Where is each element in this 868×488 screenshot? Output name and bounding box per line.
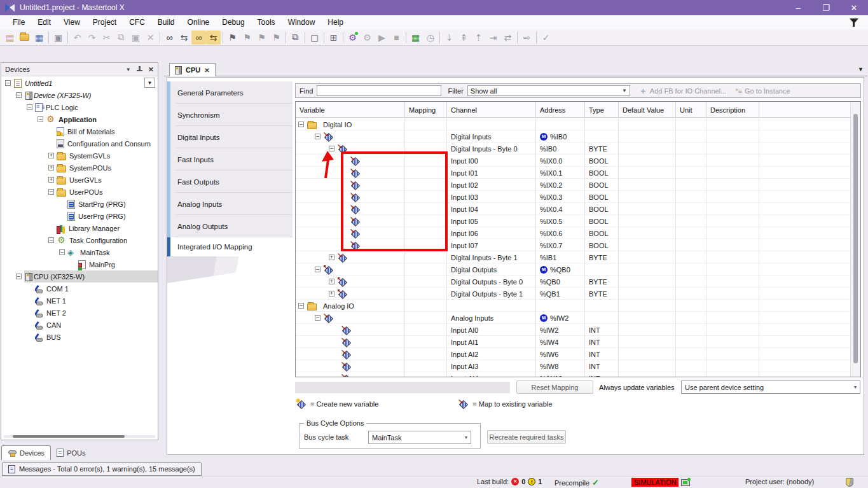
column-header-variable[interactable]: Variable bbox=[296, 102, 405, 118]
expand-toggle-icon[interactable]: – bbox=[59, 249, 65, 255]
expand-toggle-icon[interactable]: – bbox=[5, 80, 11, 86]
panel-collapse-icon[interactable]: ▼ bbox=[126, 67, 131, 73]
tree-item-cpu-xf325-w-[interactable]: –CPU (XF325-W) bbox=[1, 270, 158, 282]
toolbar-previous-bookmark-button[interactable]: ⚑ bbox=[240, 31, 254, 45]
column-header-default-value[interactable]: Default Value bbox=[619, 102, 676, 118]
menu-file[interactable]: File bbox=[6, 16, 31, 29]
toolbar-replace-button[interactable]: ⇆ bbox=[177, 31, 191, 45]
menu-help[interactable]: Help bbox=[321, 16, 350, 29]
tree-item-userprg-prg-[interactable]: UserPrg (PRG) bbox=[1, 210, 158, 222]
table-row[interactable]: +Digital Outputs - Byte 0%QB0BYTE bbox=[296, 275, 860, 288]
column-header-description[interactable]: Description bbox=[706, 102, 759, 118]
tab-devices[interactable]: Devices bbox=[1, 445, 51, 460]
expand-toggle-icon[interactable]: + bbox=[48, 165, 54, 171]
tree-item-bus[interactable]: BUS bbox=[1, 331, 158, 343]
toolbar-replace-in-project-button[interactable]: ⇆ bbox=[206, 31, 221, 45]
toolbar-save-project-button[interactable]: ▦ bbox=[32, 31, 46, 45]
toolbar-step-over-button[interactable]: ⇣ bbox=[442, 31, 457, 45]
toolbar-flow-control-button[interactable]: ⇄ bbox=[500, 31, 515, 45]
table-vertical-scrollbar[interactable] bbox=[850, 102, 860, 377]
tab-list-dropdown-icon[interactable]: ▼ bbox=[858, 66, 864, 73]
nav-item-fast-outputs[interactable]: Fast Outputs bbox=[167, 171, 293, 193]
expand-toggle-icon[interactable]: + bbox=[329, 291, 334, 296]
column-header-mapping[interactable]: Mapping bbox=[405, 102, 447, 118]
filter-dropdown[interactable]: Show all ▼ bbox=[467, 85, 630, 96]
toolbar-next-bookmark-button[interactable]: ⚑ bbox=[254, 31, 269, 45]
tree-item-dropdown-icon[interactable]: ▼ bbox=[144, 78, 155, 88]
toolbar-open-project-button[interactable] bbox=[17, 31, 32, 45]
expand-toggle-icon[interactable]: – bbox=[298, 122, 304, 127]
table-row[interactable]: Input AI1%IW4INT bbox=[296, 336, 860, 348]
table-row[interactable]: –Digital OutputsM%QB0 bbox=[296, 263, 860, 275]
expand-toggle-icon[interactable]: – bbox=[27, 104, 32, 110]
menu-view[interactable]: View bbox=[57, 16, 86, 29]
tree-item-application[interactable]: –Application bbox=[1, 113, 158, 125]
menu-edit[interactable]: Edit bbox=[31, 16, 57, 29]
filter-funnel-icon[interactable] bbox=[849, 17, 859, 27]
recreate-required-tasks-button[interactable]: Recreate required tasks bbox=[487, 430, 566, 444]
toolbar-force-values-button[interactable]: ✓ bbox=[539, 31, 553, 45]
expand-toggle-icon[interactable]: – bbox=[298, 303, 304, 309]
toolbar-undo-button[interactable]: ↶ bbox=[70, 31, 85, 45]
toolbar-single-cycle-button[interactable]: ⇨ bbox=[520, 31, 534, 45]
nav-item-synchronism[interactable]: Synchronism bbox=[167, 104, 293, 126]
table-row[interactable]: Input AI4%IW10INT bbox=[296, 372, 860, 377]
tree-item-device-xf325-w-[interactable]: –Device (XF325-W) bbox=[1, 89, 158, 101]
nav-item-fast-inputs[interactable]: Fast Inputs bbox=[167, 148, 293, 171]
expand-toggle-icon[interactable]: + bbox=[48, 177, 54, 183]
expand-toggle-icon[interactable]: – bbox=[16, 274, 22, 279]
tree-item-untitled1[interactable]: –Untitled1▼ bbox=[1, 77, 158, 89]
menu-tools[interactable]: Tools bbox=[251, 16, 282, 29]
messages-tab[interactable]: ≡ Messages - Total 0 error(s), 1 warning… bbox=[2, 462, 202, 476]
nav-item-general-parameters[interactable]: General Parameters bbox=[167, 81, 293, 104]
tree-item-bill-of-materials[interactable]: Bill of Materials bbox=[1, 125, 158, 137]
expand-toggle-icon[interactable]: + bbox=[48, 153, 54, 158]
toolbar-properties-button[interactable]: ⧉ bbox=[288, 31, 303, 45]
table-row[interactable]: +Digital Inputs - Byte 1%IB1BYTE bbox=[296, 251, 860, 263]
panel-close-icon[interactable]: ✕ bbox=[148, 66, 154, 74]
toolbar-add-object-button[interactable]: ▢ bbox=[307, 31, 322, 45]
find-input[interactable] bbox=[317, 85, 441, 96]
expand-toggle-icon[interactable]: + bbox=[329, 279, 334, 284]
maximize-button[interactable]: ❐ bbox=[812, 0, 840, 15]
reset-mapping-button[interactable]: Reset Mapping bbox=[516, 380, 593, 394]
close-button[interactable]: ✕ bbox=[840, 0, 868, 15]
menu-debug[interactable]: Debug bbox=[216, 16, 251, 29]
table-row[interactable]: –Analog IO bbox=[296, 300, 860, 312]
always-update-dropdown[interactable]: Use parent device setting ▾ bbox=[681, 380, 860, 394]
add-fb-for-io-channel-button[interactable]: ＋ Add FB for IO Channel... bbox=[639, 85, 726, 97]
toolbar-toggle-bookmark-button[interactable]: ⚑ bbox=[225, 31, 240, 45]
expand-toggle-icon[interactable]: – bbox=[38, 116, 43, 122]
tree-item-com-1[interactable]: COM 1 bbox=[1, 282, 158, 295]
scrollbar-thumb[interactable] bbox=[13, 435, 125, 438]
table-row[interactable]: –Digital InputsM%IB0 bbox=[296, 130, 860, 143]
pin-icon[interactable] bbox=[137, 66, 142, 73]
column-header-unit[interactable]: Unit bbox=[676, 102, 706, 118]
toolbar-find-in-project-button[interactable]: ∞ bbox=[191, 31, 206, 45]
menu-cfc[interactable]: CFC bbox=[123, 16, 151, 29]
table-row[interactable]: Input AI2%IW6INT bbox=[296, 348, 860, 360]
toolbar-find-button[interactable]: ∞ bbox=[162, 31, 177, 45]
tree-item-can[interactable]: CAN bbox=[1, 319, 158, 331]
tree-item-library-manager[interactable]: Library Manager bbox=[1, 222, 158, 234]
expand-toggle-icon[interactable]: – bbox=[315, 315, 320, 321]
toolbar-login-button[interactable]: ⚙ bbox=[345, 31, 360, 45]
expand-toggle-icon[interactable]: – bbox=[16, 92, 22, 98]
tree-item-usergvls[interactable]: +UserGVLs bbox=[1, 174, 158, 186]
tab-cpu[interactable]: CPU ✕ bbox=[169, 63, 216, 76]
tree-item-configuration-and-consum[interactable]: Configuration and Consum bbox=[1, 137, 158, 150]
toolbar-device-table-button[interactable]: ⊞ bbox=[326, 31, 341, 45]
tree-item-systempous[interactable]: +SystemPOUs bbox=[1, 162, 158, 174]
expand-toggle-icon[interactable]: – bbox=[48, 189, 54, 195]
tree-item-net-1[interactable]: NET 1 bbox=[1, 295, 158, 307]
toolbar-cut-button[interactable]: ✂ bbox=[99, 31, 114, 45]
nav-item-analog-inputs[interactable]: Analog Inputs bbox=[167, 193, 293, 215]
tree-item-startprg-prg-[interactable]: StartPrg (PRG) bbox=[1, 198, 158, 210]
toolbar-step-out-button[interactable]: ⇡ bbox=[471, 31, 486, 45]
toolbar-redo-button[interactable]: ↷ bbox=[85, 31, 99, 45]
table-row[interactable]: Input AI3%IW8INT bbox=[296, 360, 860, 372]
menu-window[interactable]: Window bbox=[282, 16, 322, 29]
minimize-button[interactable]: – bbox=[784, 0, 812, 15]
bus-cycle-task-dropdown[interactable]: MainTask ▾ bbox=[368, 431, 471, 444]
toolbar-step-into-button[interactable]: ⇞ bbox=[457, 31, 471, 45]
